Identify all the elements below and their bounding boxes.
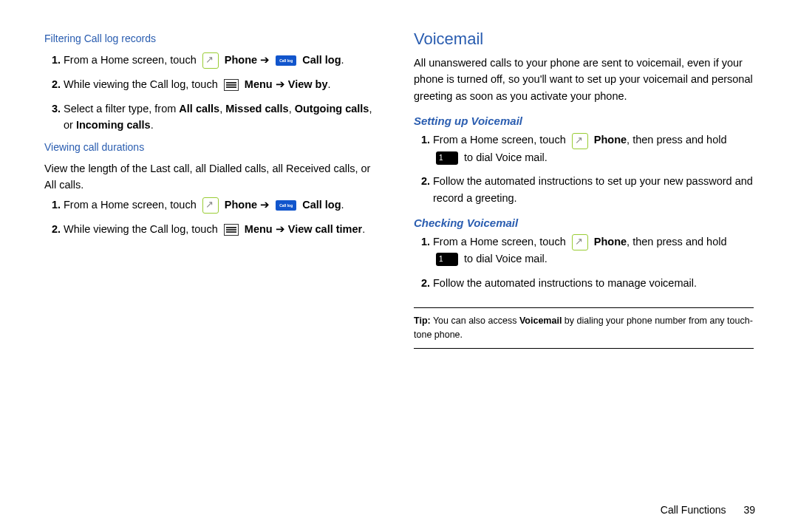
phone-label: Phone [594, 236, 627, 248]
text: You can also access [431, 316, 519, 326]
text: , then press and hold [627, 134, 726, 146]
bold: Outgoing calls [295, 103, 369, 115]
calllog-label: Call log [302, 199, 341, 211]
right-column: Voicemail All unanswered calls to your p… [414, 30, 754, 517]
step: While viewing the Call log, touch Menu ➔… [64, 221, 384, 237]
arrow-icon: ➔ [276, 223, 288, 235]
key-1-icon: 1 ෮ [436, 253, 458, 266]
text: From a Home screen, touch [433, 134, 569, 146]
text: From a Home screen, touch [64, 199, 200, 211]
bold: Incoming calls [76, 119, 151, 131]
text: From a Home screen, touch [64, 54, 200, 66]
heading-voicemail: Voicemail [414, 30, 754, 49]
subheading-check-voicemail: Checking Voicemail [414, 216, 754, 229]
step: From a Home screen, touch Phone ➔ Call l… [64, 52, 384, 69]
arrow-icon: ➔ [260, 54, 273, 66]
text: to dial Voice mail. [464, 253, 548, 265]
subheading-setup-voicemail: Setting up Voicemail [414, 115, 754, 127]
bold: Voicemail [519, 316, 562, 326]
voicemail-intro: All unanswered calls to your phone are s… [414, 55, 754, 104]
menu-icon [224, 224, 239, 236]
section-name: Call Functions [661, 504, 726, 516]
step: From a Home screen, touch Phone, then pr… [433, 233, 754, 267]
menu-label: Menu [245, 78, 273, 90]
phone-label: Phone [225, 199, 257, 211]
tip-box: Tip: You can also access Voicemail by di… [414, 307, 754, 349]
menu-label: Menu [245, 223, 273, 235]
calllog-icon: Call log [276, 55, 296, 66]
step: Follow the automated instructions to man… [433, 275, 754, 291]
phone-icon [202, 52, 219, 69]
step: From a Home screen, touch Phone, then pr… [433, 132, 754, 166]
page-footer: Call Functions 39 [661, 504, 755, 516]
phone-label: Phone [225, 54, 257, 66]
left-column: Filtering Call log records From a Home s… [44, 30, 384, 517]
step: Select a filter type, from All calls, Mi… [64, 100, 384, 134]
filtering-steps: From a Home screen, touch Phone ➔ Call l… [44, 52, 384, 134]
viewby-label: View by [288, 78, 328, 90]
calllog-icon: Call log [276, 200, 296, 211]
text: While viewing the Call log, touch [64, 78, 221, 90]
text: From a Home screen, touch [433, 236, 569, 248]
step: From a Home screen, touch Phone ➔ Call l… [64, 197, 384, 214]
phone-icon [572, 133, 588, 149]
key-1-icon: 1 ෮ [436, 151, 458, 165]
durations-intro: View the length of the Last call, all Di… [44, 160, 384, 194]
durations-steps: From a Home screen, touch Phone ➔ Call l… [44, 197, 384, 238]
text: , then press and hold [627, 236, 726, 248]
text: to dial Voice mail. [464, 151, 548, 163]
check-steps: From a Home screen, touch Phone, then pr… [414, 233, 754, 291]
phone-label: Phone [594, 134, 627, 146]
page-number: 39 [743, 504, 755, 516]
arrow-icon: ➔ [260, 199, 273, 211]
phone-icon [202, 197, 219, 214]
text: Select a filter type, from [64, 103, 179, 115]
step: Follow the automated instructions to set… [433, 173, 754, 206]
tip-label: Tip: [414, 316, 431, 326]
arrow-icon: ➔ [276, 78, 288, 90]
calllog-label: Call log [302, 54, 341, 66]
phone-icon [572, 234, 588, 250]
vct-label: View call timer [288, 223, 362, 235]
subheading-filtering: Filtering Call log records [44, 33, 384, 44]
text: While viewing the Call log, touch [64, 223, 221, 235]
step: While viewing the Call log, touch Menu ➔… [64, 76, 384, 92]
bold: All calls [179, 103, 219, 115]
setup-steps: From a Home screen, touch Phone, then pr… [414, 132, 754, 206]
subheading-durations: Viewing call durations [44, 141, 384, 153]
bold: Missed calls [225, 103, 288, 115]
menu-icon [224, 79, 239, 91]
